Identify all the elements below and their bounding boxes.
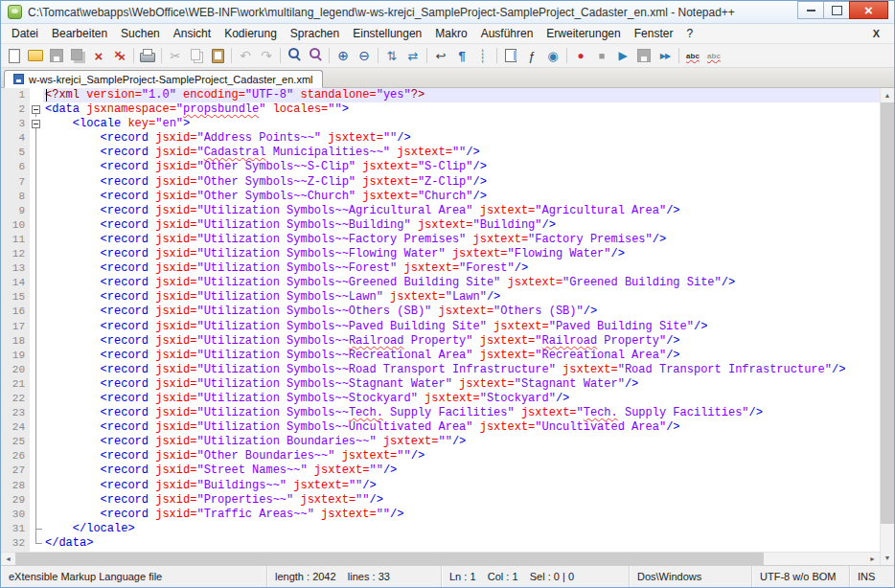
- close-file-icon[interactable]: [88, 45, 109, 66]
- menu-ausfhren[interactable]: Ausführen: [474, 25, 540, 42]
- window-controls: [798, 1, 888, 19]
- code-text: <record jsxid="Other Symbols~~Z-Clip" js…: [43, 175, 880, 190]
- find-icon[interactable]: [284, 45, 305, 66]
- fold-toggle[interactable]: [30, 117, 43, 131]
- save-all-icon: [67, 45, 88, 66]
- status-encoding[interactable]: UTF-8 w/o BOM: [752, 566, 850, 587]
- scroll-down-arrow[interactable]: [881, 551, 894, 565]
- menu-makro[interactable]: Makro: [428, 25, 473, 42]
- toolbar-separator: [496, 48, 497, 63]
- menu-erweiterungen[interactable]: Erweiterungen: [539, 25, 627, 42]
- line-number: 12: [1, 247, 30, 261]
- code-line: 7 <record jsxid="Other Symbols~~Z-Clip" …: [1, 175, 880, 190]
- sync-horizontal-icon[interactable]: [402, 45, 424, 66]
- fold-margin: [30, 320, 43, 334]
- replace-icon[interactable]: [305, 45, 326, 66]
- code-text: <record jsxid="Utilization Symbols~~Stoc…: [43, 392, 880, 406]
- code-view[interactable]: 1<?xml version="1.0" encoding="UTF-8" st…: [1, 88, 880, 552]
- fold-margin: [30, 508, 43, 522]
- vertical-scroll-track[interactable]: [881, 102, 894, 551]
- code-line: 24 <record jsxid="Utilization Symbols~~U…: [1, 420, 880, 435]
- menu-help[interactable]: ?: [679, 25, 700, 42]
- code-text: <record jsxid="Properties~~" jsxtext=""/…: [43, 493, 880, 508]
- editor[interactable]: 1<?xml version="1.0" encoding="UTF-8" st…: [1, 88, 880, 565]
- line-number: 14: [1, 276, 30, 290]
- zoom-out-icon[interactable]: [354, 45, 375, 66]
- zoom-in-icon[interactable]: [333, 45, 354, 66]
- run-macro-multiple-icon[interactable]: [654, 45, 676, 66]
- show-all-characters-icon[interactable]: [451, 45, 472, 66]
- spell-check-icon[interactable]: [682, 45, 703, 66]
- menu-bearbeiten[interactable]: Bearbeiten: [45, 25, 114, 42]
- horizontal-scroll-thumb[interactable]: [15, 553, 764, 565]
- auto-spell-check-icon[interactable]: [703, 45, 724, 66]
- code-line: 2<data jsxnamespace="propsbundle" locale…: [1, 102, 880, 117]
- code-text: <record jsxid="Other Boundaries~~" jsxte…: [43, 449, 880, 464]
- word-wrap-icon[interactable]: [430, 45, 451, 66]
- close-all-icon[interactable]: [109, 45, 130, 66]
- code-text: <record jsxid="Street Names~~" jsxtext="…: [43, 464, 880, 478]
- document-map-icon[interactable]: [500, 45, 521, 66]
- cut-icon: [165, 45, 186, 66]
- show-indent-guide-icon[interactable]: [472, 45, 493, 66]
- fold-margin: [30, 131, 43, 146]
- vertical-scrollbar[interactable]: [880, 88, 894, 565]
- record-macro-icon[interactable]: [570, 45, 591, 66]
- horizontal-scrollbar[interactable]: [1, 552, 880, 565]
- code-text: <record jsxid="Utilization Symbols~~Flow…: [43, 247, 880, 261]
- status-insert-mode[interactable]: INS: [850, 566, 894, 587]
- new-file-icon[interactable]: [4, 45, 25, 66]
- status-eol-format[interactable]: Dos\Windows: [630, 566, 752, 587]
- code-line: 8 <record jsxid="Other Symbols~~Church" …: [1, 190, 880, 204]
- print-icon[interactable]: [137, 45, 158, 66]
- menu-close-button[interactable]: X: [862, 28, 890, 39]
- code-text: <record jsxid="Address Points~~" jsxtext…: [43, 131, 880, 146]
- menu-datei[interactable]: Datei: [5, 25, 45, 42]
- menu-fenster[interactable]: Fenster: [628, 25, 680, 42]
- title-bar[interactable]: C:\Tomcat\webapps\WebOffice\WEB-INF\work…: [1, 1, 894, 24]
- menu-bar: DateiBearbeitenSuchenAnsichtKodierungSpr…: [1, 24, 894, 44]
- close-button[interactable]: [849, 1, 888, 19]
- code-text: <record jsxid="Utilization Symbols~~Road…: [43, 363, 880, 377]
- scroll-right-arrow[interactable]: [865, 553, 880, 565]
- code-line: 20 <record jsxid="Utilization Symbols~~R…: [1, 363, 880, 377]
- code-line: 32</data>: [1, 536, 880, 551]
- tab-cadaster-xml[interactable]: w-ws-krejci_SampleProject-SampleProject_…: [4, 70, 323, 88]
- sync-vertical-icon[interactable]: [381, 45, 402, 66]
- menu-einstellungen[interactable]: Einstellungen: [346, 25, 428, 42]
- code-text: </locale>: [43, 522, 880, 536]
- function-list-icon[interactable]: [521, 45, 542, 66]
- code-line: 30 <record jsxid="Traffic Areas~~" jsxte…: [1, 508, 880, 522]
- paste-icon[interactable]: [207, 45, 228, 66]
- horizontal-scroll-track[interactable]: [15, 553, 865, 565]
- fold-toggle[interactable]: [30, 102, 43, 117]
- toolbar-separator: [566, 48, 567, 63]
- line-number: 18: [1, 334, 30, 349]
- minimize-button[interactable]: [797, 1, 824, 19]
- play-macro-icon[interactable]: [612, 45, 633, 66]
- toolbar-separator: [133, 48, 134, 63]
- menu-ansicht[interactable]: Ansicht: [167, 25, 218, 42]
- toolbar-separator: [426, 48, 427, 63]
- line-number: 3: [1, 117, 30, 131]
- status-cursor-position[interactable]: Ln : 1 Col : 1 Sel : 0 | 0: [442, 566, 630, 587]
- scroll-up-arrow[interactable]: [881, 88, 894, 102]
- fold-margin: [30, 479, 43, 493]
- code-line: 28 <record jsxid="Buildings~~" jsxtext="…: [1, 479, 880, 493]
- line-number: 25: [1, 435, 30, 449]
- maximize-button[interactable]: [823, 1, 850, 19]
- vertical-scroll-thumb[interactable]: [881, 102, 894, 524]
- scroll-left-arrow[interactable]: [1, 553, 15, 565]
- stop-macro-icon: [591, 45, 612, 66]
- menu-suchen[interactable]: Suchen: [114, 25, 167, 42]
- code-text: <record jsxid="Cadastral Municipalities~…: [43, 146, 880, 160]
- open-file-icon[interactable]: [25, 45, 46, 66]
- menu-sprachen[interactable]: Sprachen: [284, 25, 346, 42]
- notepadpp-app-icon: [8, 5, 22, 19]
- line-number: 20: [1, 363, 30, 377]
- line-number: 16: [1, 305, 30, 319]
- menu-kodierung[interactable]: Kodierung: [218, 25, 284, 42]
- monitoring-icon[interactable]: [542, 45, 563, 66]
- line-number: 21: [1, 377, 30, 392]
- line-number: 23: [1, 406, 30, 420]
